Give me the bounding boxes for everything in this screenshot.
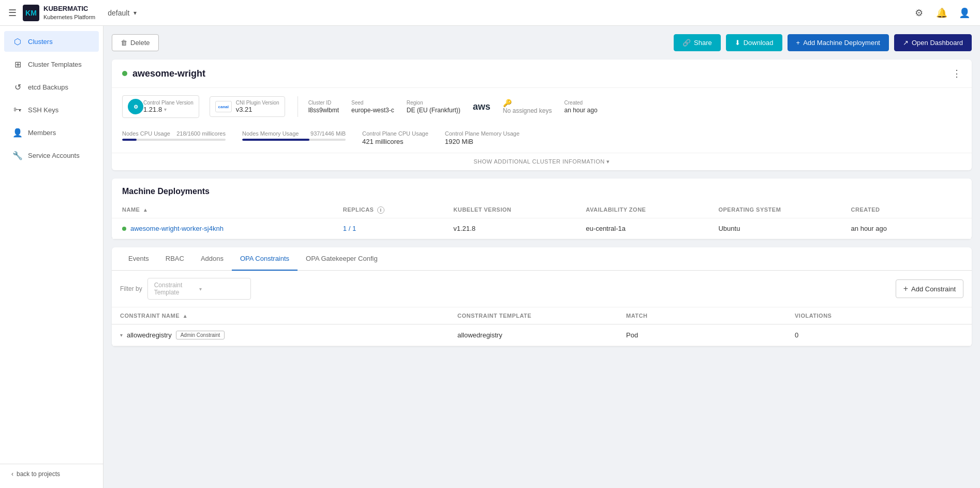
add-constraint-button[interactable]: + Add Constraint [896, 279, 963, 298]
cp-cpu-usage: Control Plane CPU Usage 421 millicores [362, 130, 428, 145]
cluster-status-dot [122, 71, 127, 76]
notifications-icon[interactable]: 🔔 [934, 6, 949, 20]
sidebar-item-service-accounts[interactable]: 🔧 Service Accounts [4, 145, 99, 166]
col-created: Created [851, 206, 961, 214]
cp-memory-usage: Control Plane Memory Usage 1920 MiB [445, 130, 519, 145]
cluster-templates-icon: ⊞ [12, 59, 23, 69]
col-os: Operating System [718, 206, 851, 214]
replicas-info-icon: i [377, 206, 384, 214]
tab-events[interactable]: Events [120, 247, 157, 271]
col-kubelet: kubelet Version [453, 206, 586, 214]
opa-toolbar: Filter by Constraint Template ▾ + Add Co… [112, 271, 972, 307]
dropdown-arrow-icon: ▾ [164, 107, 167, 112]
back-to-projects[interactable]: ‹ back to projects [8, 470, 95, 478]
col-violations: Violations [795, 313, 963, 319]
chevron-down-icon: ▾ [606, 158, 610, 165]
download-button[interactable]: ⬇ Download [726, 34, 782, 51]
sidebar-item-clusters[interactable]: ⬡ Clusters [4, 31, 99, 52]
col-constraint-name: Constraint Name ▲ [120, 313, 457, 319]
key-icon: 🔑 [503, 99, 512, 107]
machine-deployments-card: Machine Deployments Name ▲ Replicas i ku… [112, 179, 972, 239]
sidebar-item-cluster-templates[interactable]: ⊞ Cluster Templates [4, 54, 99, 75]
table-row[interactable]: awesome-wright-worker-sj4knh 1 / 1 v1.21… [112, 218, 972, 239]
open-dashboard-button[interactable]: ↗ Open Dashboard [894, 34, 972, 51]
project-selector[interactable]: default ▾ [108, 9, 139, 17]
action-bar: 🗑 Delete 🔗 Share ⬇ Download + Add Machin… [112, 34, 972, 51]
row-chevron-down-icon[interactable]: ▾ [120, 332, 123, 338]
tab-rbac[interactable]: RBAC [157, 247, 192, 271]
tab-opa-constraints[interactable]: OPA Constraints [232, 247, 298, 271]
sidebar: ⬡ Clusters ⊞ Cluster Templates ↺ etcd Ba… [0, 26, 103, 488]
ssh-keys-icon: 🗝 [12, 105, 23, 115]
sort-arrow-icon: ▲ [143, 207, 148, 213]
cluster-menu-button[interactable]: ⋮ [952, 68, 961, 79]
cluster-id-field: Cluster ID l8ss9wlbmt [308, 100, 339, 114]
trash-icon: 🗑 [121, 39, 127, 47]
back-arrow-icon: ‹ [11, 470, 13, 478]
etcd-backups-icon: ↺ [12, 82, 23, 92]
nodes-cpu-usage: Nodes CPU Usage 218/1600 millicores [122, 130, 226, 141]
show-additional-info[interactable]: SHOW ADDITIONAL CLUSTER INFORMATION ▾ [112, 153, 972, 170]
control-plane-version-selector[interactable]: ⚙ Control Plane Version 1.21.8 ▾ [122, 95, 199, 118]
constraint-row[interactable]: ▾ allowedregistry Admin Constraint allow… [112, 324, 972, 346]
sidebar-item-ssh-keys[interactable]: 🗝 SSH Keys [4, 99, 99, 120]
machine-deployments-table-header: Name ▲ Replicas i kubelet Version Availa… [112, 202, 972, 218]
account-icon[interactable]: 👤 [957, 6, 972, 20]
row-violations: 0 [795, 331, 963, 339]
topnav-icons: ⚙ 🔔 👤 [912, 6, 972, 20]
meta-separator-1 [298, 96, 298, 117]
constraint-name-sort-icon: ▲ [183, 313, 188, 319]
add-machine-deployment-button[interactable]: + Add Machine Deployment [788, 34, 889, 51]
members-icon: 👤 [12, 127, 23, 138]
aws-logo: aws [473, 101, 491, 112]
opa-constraints-content: Filter by Constraint Template ▾ + Add Co… [112, 271, 972, 346]
seed-field: Seed europe-west3-c [351, 100, 394, 114]
cluster-meta: ⚙ Control Plane Version 1.21.8 ▾ canal C… [112, 88, 972, 125]
provider-field: aws [473, 101, 491, 112]
tabs-container: Events RBAC Addons OPA Constraints OPA G… [112, 247, 972, 346]
service-accounts-icon: 🔧 [12, 150, 23, 160]
col-zone: Availability Zone [586, 206, 718, 214]
row-name: awesome-wright-worker-sj4knh [122, 225, 343, 232]
plus-icon: + [903, 284, 908, 293]
tab-addons[interactable]: Addons [192, 247, 232, 271]
hamburger-menu[interactable]: ☰ [8, 7, 17, 19]
col-replicas: Replicas i [343, 206, 453, 214]
cluster-card: awesome-wright ⋮ ⚙ Control Plane Version… [112, 60, 972, 170]
logo-text: KUBERMATIC Kubernetes Platform [43, 5, 95, 21]
delete-button[interactable]: 🗑 Delete [112, 34, 159, 51]
row-zone: eu-central-1a [586, 225, 718, 232]
row-replicas: 1 / 1 [343, 225, 453, 232]
nodes-cpu-bar [122, 139, 137, 141]
constraint-template-filter[interactable]: Constraint Template ▾ [147, 278, 251, 300]
logo: KM KUBERMATIC Kubernetes Platform [23, 5, 95, 21]
constraints-table-header: Constraint Name ▲ Constraint Template Ma… [112, 307, 972, 324]
kkp-icon: ⚙ [128, 99, 143, 114]
row-status-dot [122, 227, 126, 231]
row-created: an hour ago [851, 225, 961, 232]
nodes-memory-bar [242, 139, 309, 141]
admin-constraint-badge: Admin Constraint [176, 331, 225, 339]
canal-logo: canal [215, 101, 232, 112]
settings-icon[interactable]: ⚙ [912, 6, 926, 20]
machine-deployments-title: Machine Deployments [112, 179, 972, 202]
row-os: Ubuntu [718, 225, 851, 232]
clusters-icon: ⬡ [12, 36, 23, 47]
sidebar-item-members[interactable]: 👤 Members [4, 122, 99, 143]
tab-opa-gatekeeper-config[interactable]: OPA Gatekeeper Config [298, 247, 386, 271]
keys-field: 🔑 No assigned keys [503, 99, 552, 114]
row-constraint-template: allowedregistry [457, 331, 626, 339]
nodes-memory-usage: Nodes Memory Usage 937/1446 MiB [242, 130, 346, 141]
download-icon: ⬇ [735, 39, 740, 47]
row-kubelet: v1.21.8 [453, 225, 586, 232]
cni-plugin-version-selector[interactable]: canal CNI Plugin Version v3.21 [210, 96, 285, 117]
filter-dropdown-arrow-icon: ▾ [199, 286, 244, 292]
sidebar-item-etcd-backups[interactable]: ↺ etcd Backups [4, 77, 99, 97]
tabs-nav: Events RBAC Addons OPA Constraints OPA G… [112, 247, 972, 271]
topnav: ☰ KM KUBERMATIC Kubernetes Platform defa… [0, 0, 980, 26]
col-match: Match [626, 313, 795, 319]
row-match: Pod [626, 331, 795, 339]
col-name: Name ▲ [122, 206, 343, 214]
constraint-name-cell: ▾ allowedregistry Admin Constraint [120, 331, 457, 339]
share-button[interactable]: 🔗 Share [674, 34, 721, 51]
